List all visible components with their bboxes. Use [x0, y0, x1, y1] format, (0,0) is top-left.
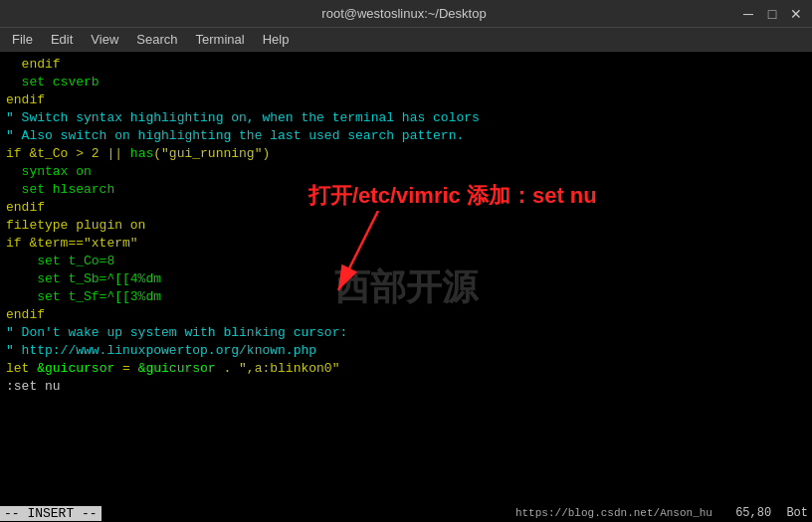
- menu-bar: File Edit View Search Terminal Help: [0, 28, 812, 52]
- menu-view[interactable]: View: [83, 30, 126, 49]
- code-line: :set nu: [6, 378, 806, 396]
- vim-mode: -- INSERT --: [0, 506, 102, 521]
- terminal-content[interactable]: 西部开源 endif set csverbendif" Switch synta…: [0, 52, 812, 522]
- code-line: set t_Co=8: [6, 253, 806, 270]
- code-line: " Switch syntax highlighting on, when th…: [6, 109, 806, 127]
- close-button[interactable]: ✕: [788, 6, 804, 22]
- menu-help[interactable]: Help: [255, 30, 298, 49]
- code-line: if &t_Co > 2 || has("gui_running"): [6, 145, 806, 163]
- window-controls: ─ □ ✕: [740, 6, 804, 22]
- menu-search[interactable]: Search: [128, 30, 185, 49]
- menu-file[interactable]: File: [4, 30, 41, 49]
- percent-text: Bot: [786, 506, 808, 520]
- maximize-button[interactable]: □: [764, 6, 780, 22]
- cursor-position: https://blog.csdn.net/Anson_hu 65,80 Bot: [515, 506, 812, 520]
- position-text: 65,80: [735, 506, 771, 520]
- code-line: " Also switch on highlighting the last u…: [6, 127, 806, 145]
- code-line: " http://www.linuxpowertop.org/known.php: [6, 342, 806, 360]
- code-line: set t_Sb=^[[4%dm: [6, 270, 806, 288]
- code-line: set t_Sf=^[[3%dm: [6, 288, 806, 306]
- code-line: filetype plugin on: [6, 217, 806, 235]
- code-line: set hlsearch: [6, 181, 806, 199]
- window-title: root@westoslinux:~/Desktop: [68, 6, 740, 21]
- minimize-button[interactable]: ─: [740, 6, 756, 22]
- code-line: endif: [6, 306, 806, 324]
- code-line: endif: [6, 56, 806, 74]
- title-bar: root@westoslinux:~/Desktop ─ □ ✕: [0, 0, 812, 28]
- url-watermark-text: https://blog.csdn.net/Anson_hu: [515, 507, 712, 519]
- menu-edit[interactable]: Edit: [43, 30, 81, 49]
- code-line: syntax on: [6, 163, 806, 181]
- code-line: set csverb: [6, 74, 806, 91]
- status-bar: -- INSERT -- https://blog.csdn.net/Anson…: [0, 504, 812, 522]
- code-line: endif: [6, 91, 806, 109]
- code-line: " Don't wake up system with blinking cur…: [6, 324, 806, 342]
- code-lines: endif set csverbendif" Switch syntax hig…: [6, 56, 806, 396]
- code-line: endif: [6, 199, 806, 217]
- menu-terminal[interactable]: Terminal: [188, 30, 253, 49]
- code-line: let &guicursor = &guicursor . ",a:blinko…: [6, 360, 806, 378]
- code-line: if &term=="xterm": [6, 235, 806, 253]
